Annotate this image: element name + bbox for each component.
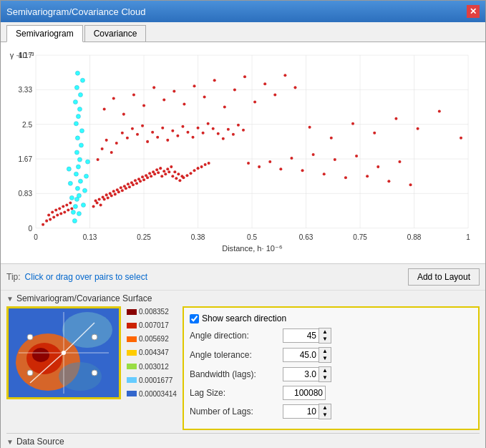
lag-size-input[interactable] [283,386,326,400]
num-lags-input[interactable] [283,404,319,419]
num-lags-up-button[interactable]: ▲ [319,404,331,412]
tip-bar: Tip: Click or drag over pairs to select … [1,264,485,291]
svg-point-194 [344,176,347,179]
svg-point-61 [42,223,44,226]
svg-point-152 [181,125,184,128]
data-source-header: ▼ Data Source [6,437,480,447]
svg-point-183 [283,74,286,77]
bandwidth-input[interactable] [283,367,319,381]
svg-point-109 [69,201,72,204]
svg-point-181 [263,82,266,85]
svg-point-132 [173,170,176,173]
svg-point-122 [137,177,140,180]
svg-point-186 [258,165,261,168]
angle-direction-down-button[interactable]: ▼ [319,336,331,343]
svg-point-205 [394,117,397,120]
svg-point-165 [103,108,106,111]
svg-point-90 [164,172,167,175]
legend-item-3: 0.005692 [127,335,177,343]
close-button[interactable]: ✕ [467,5,480,18]
svg-point-94 [178,179,181,182]
svg-point-111 [98,198,101,200]
svg-point-34 [75,186,79,190]
legend-value-1: 0.008352 [139,308,169,316]
svg-point-123 [141,175,144,178]
svg-point-158 [212,127,215,130]
svg-point-57 [68,181,72,185]
svg-point-135 [97,158,99,161]
svg-point-169 [142,104,145,107]
svg-point-128 [159,167,162,170]
svg-point-207 [438,110,441,113]
svg-point-138 [110,151,113,154]
angle-tolerance-spinner: ▲ ▼ [283,347,331,363]
svg-text:0.5: 0.5 [247,233,257,241]
svg-text:3.33: 3.33 [18,86,32,94]
svg-text:1: 1 [466,233,470,241]
svg-point-197 [376,165,379,168]
angle-direction-input[interactable] [283,328,319,343]
svg-point-224 [27,370,33,376]
svg-point-53 [71,210,75,215]
svg-point-118 [123,185,126,188]
angle-tolerance-up-button[interactable]: ▲ [319,348,331,355]
svg-point-119 [127,182,130,185]
svg-point-35 [78,179,82,183]
svg-point-174 [193,84,196,87]
svg-point-159 [217,132,220,135]
settings-panel: Show search direction Angle direction: ▲… [183,306,480,430]
svg-point-136 [101,147,104,150]
svg-point-36 [74,172,78,176]
svg-point-177 [223,106,226,109]
svg-point-130 [166,167,169,170]
svg-point-113 [105,193,108,196]
svg-point-78 [121,189,124,192]
svg-point-126 [152,170,155,173]
svg-point-103 [47,214,50,217]
angle-tolerance-label: Angle tolerance: [190,350,283,360]
svg-point-134 [180,175,183,177]
svg-point-72 [99,203,102,206]
svg-point-108 [65,203,68,206]
surface-preview [6,306,121,399]
add-to-layout-button[interactable]: Add to Layout [408,268,480,286]
lag-size-label: Lag Size: [190,388,283,398]
legend-value-4: 0.004347 [139,349,169,356]
svg-text:Distance, h· 10⁻⁶: Distance, h· 10⁻⁶ [222,244,283,253]
legend-value-7: 0.00003414 [139,390,177,398]
collapse-arrow-icon[interactable]: ▼ [6,295,14,303]
data-source-section: ▼ Data Source Layer: test Attribute: OZO… [6,433,480,448]
svg-point-121 [134,179,137,182]
svg-point-148 [161,127,164,130]
show-search-direction-checkbox[interactable] [190,314,199,323]
svg-point-101 [204,163,207,166]
data-source-collapse-icon[interactable]: ▼ [6,438,14,446]
svg-point-47 [77,107,82,112]
tab-semivariogram[interactable]: Semivariogram [6,25,83,42]
tab-covariance[interactable]: Covariance [84,25,147,42]
angle-direction-up-button[interactable]: ▲ [319,328,331,336]
svg-point-206 [417,127,419,130]
angle-tolerance-input[interactable] [283,348,319,362]
svg-point-199 [398,160,401,163]
show-search-direction-row: Show search direction [190,313,472,323]
svg-point-37 [76,165,80,169]
svg-point-180 [253,100,256,103]
svg-point-89 [160,175,163,177]
svg-point-44 [79,129,84,133]
svg-point-167 [122,113,125,116]
svg-point-198 [387,180,390,182]
svg-point-59 [67,167,71,171]
bandwidth-down-button[interactable]: ▼ [319,374,331,381]
svg-point-56 [82,188,87,193]
angle-tolerance-down-button[interactable]: ▼ [319,355,331,362]
svg-text:0.38: 0.38 [191,233,205,241]
svg-point-96 [185,174,188,177]
svg-point-74 [107,196,110,199]
legend-item-2: 0.007017 [127,321,177,329]
bandwidth-up-button[interactable]: ▲ [319,367,331,374]
svg-point-156 [202,132,205,135]
num-lags-label: Number of Lags: [190,406,283,417]
bottom-section: ▼ Semivariogram/Covariance Surface [1,291,485,448]
num-lags-down-button[interactable]: ▼ [319,412,331,419]
